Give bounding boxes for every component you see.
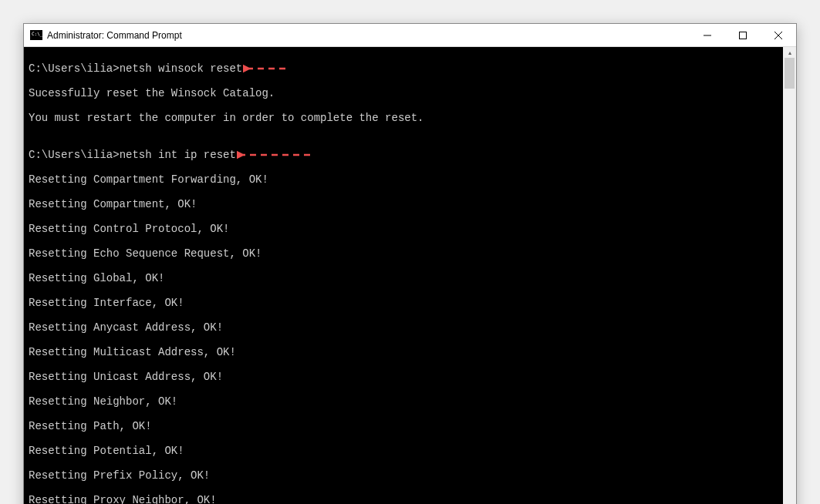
blank-line	[29, 136, 778, 149]
output-line: Resetting Global, OK!	[29, 272, 778, 284]
vertical-scrollbar[interactable]: ▴ ▾	[783, 47, 796, 504]
svg-rect-1	[740, 32, 747, 39]
output-line: Resetting Compartment Forwarding, OK!	[29, 173, 778, 186]
output-line: Resetting Anycast Address, OK!	[29, 321, 778, 334]
output-line: Resetting Interface, OK!	[29, 297, 778, 309]
maximize-icon	[739, 32, 747, 39]
titlebar[interactable]: Administrator: Command Prompt	[24, 24, 796, 47]
close-icon	[774, 32, 782, 39]
cmd-icon	[30, 30, 42, 40]
window-controls	[690, 24, 796, 46]
output-line: Resetting Neighbor, OK!	[29, 395, 778, 408]
command-text: netsh winsock reset	[120, 62, 243, 75]
output-line: Resetting Unicast Address, OK!	[29, 371, 778, 383]
command-line-2: C:\Users\ilia>netsh int ip reset	[29, 149, 778, 161]
prompt: C:\Users\ilia>	[29, 62, 120, 75]
output-line: You must restart the computer in order t…	[29, 112, 778, 124]
prompt: C:\Users\ilia>	[29, 149, 120, 161]
command-line-1: C:\Users\ilia>netsh winsock reset	[29, 62, 778, 75]
arrow-annotation-2	[237, 150, 314, 160]
output-line: Resetting Echo Sequence Request, OK!	[29, 247, 778, 260]
output-line: Sucessfully reset the Winsock Catalog.	[29, 87, 778, 99]
command-prompt-window: Administrator: Command Prompt C:\Users\i…	[23, 23, 797, 504]
blank-line	[29, 50, 778, 62]
arrow-annotation-1	[243, 63, 289, 74]
blank-line	[29, 124, 778, 136]
output-line: Resetting Potential, OK!	[29, 445, 778, 457]
window-title: Administrator: Command Prompt	[47, 30, 690, 41]
output-line: Resetting Proxy Neighbor, OK!	[29, 494, 778, 504]
scroll-up-arrow-icon[interactable]: ▴	[783, 47, 796, 58]
minimize-button[interactable]	[690, 24, 725, 46]
scroll-thumb[interactable]	[785, 58, 795, 89]
output-line: Resetting Path, OK!	[29, 420, 778, 432]
minimize-icon	[704, 32, 711, 39]
close-button[interactable]	[761, 24, 796, 46]
command-text: netsh int ip reset	[120, 149, 236, 161]
output-line: Resetting Multicast Address, OK!	[29, 346, 778, 358]
console-output[interactable]: C:\Users\ilia>netsh winsock reset Sucess…	[24, 47, 783, 504]
maximize-button[interactable]	[725, 24, 761, 46]
blank-line	[29, 75, 778, 87]
output-line: Resetting Control Protocol, OK!	[29, 223, 778, 235]
output-line: Resetting Prefix Policy, OK!	[29, 469, 778, 482]
output-line: Resetting Compartment, OK!	[29, 198, 778, 210]
